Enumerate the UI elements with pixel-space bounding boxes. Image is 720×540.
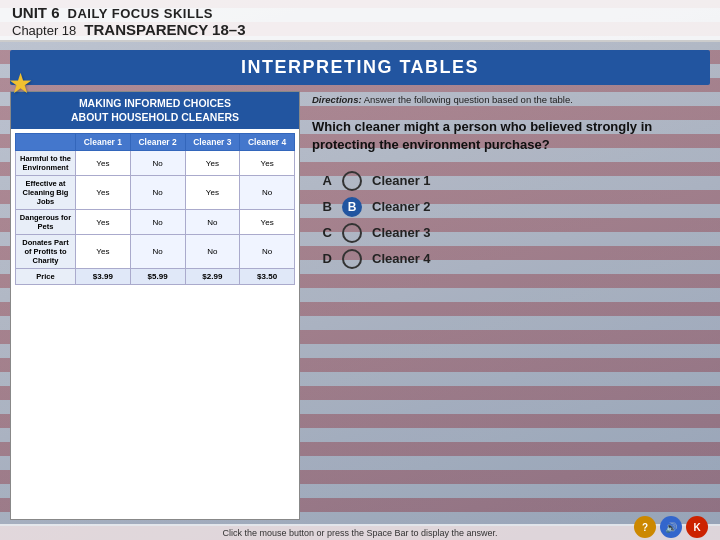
row-label-1: Effective at Cleaning Big Jobs xyxy=(16,176,76,210)
cell-r1-c2: Yes xyxy=(185,176,240,210)
cell-r2-c1: No xyxy=(130,210,185,235)
gold-star-icon: ★ xyxy=(8,70,33,98)
cell-r4-c2: $2.99 xyxy=(185,269,240,285)
answer-text-b: Cleaner 2 xyxy=(372,199,431,214)
cleaners-table: Cleaner 1 Cleaner 2 Cleaner 3 Cleaner 4 … xyxy=(15,133,295,285)
table-title: MAKING INFORMED CHOICES ABOUT HOUSEHOLD … xyxy=(11,92,299,129)
header-line2: Chapter 18 TRANSPARENCY 18–3 xyxy=(12,21,708,38)
directions-text: Directions: Answer the following questio… xyxy=(312,93,710,106)
cell-r1-c1: No xyxy=(130,176,185,210)
answer-text-c: Cleaner 3 xyxy=(372,225,431,240)
star-decoration: ★ xyxy=(8,70,33,98)
answer-item-b[interactable]: BBCleaner 2 xyxy=(312,197,710,217)
table-row: Harmful to the EnvironmentYesNoYesYes xyxy=(16,151,295,176)
right-panel: Directions: Answer the following questio… xyxy=(312,91,710,520)
footer-icons: ? 🔊 K xyxy=(634,516,708,538)
table-row: Price$3.99$5.99$2.99$3.50 xyxy=(16,269,295,285)
table-row: Effective at Cleaning Big JobsYesNoYesNo xyxy=(16,176,295,210)
cell-r3-c1: No xyxy=(130,235,185,269)
answer-item-d[interactable]: DCleaner 4 xyxy=(312,249,710,269)
table-col-2: Cleaner 2 xyxy=(130,134,185,151)
header: UNIT 6 DAILY FOCUS SKILLS Chapter 18 TRA… xyxy=(0,0,720,42)
header-line1: UNIT 6 DAILY FOCUS SKILLS xyxy=(12,4,708,21)
sound-icon[interactable]: 🔊 xyxy=(660,516,682,538)
answer-item-c[interactable]: CCleaner 3 xyxy=(312,223,710,243)
table-title-line1: MAKING INFORMED CHOICES xyxy=(79,97,231,109)
answer-letter-a: A xyxy=(312,173,332,188)
title-bar-label: INTERPRETING TABLES xyxy=(241,57,479,77)
table-col-3: Cleaner 3 xyxy=(185,134,240,151)
daily-focus-label: DAILY FOCUS SKILLS xyxy=(68,6,214,21)
cell-r0-c2: Yes xyxy=(185,151,240,176)
unit-label: UNIT 6 xyxy=(12,4,60,21)
table-header-row: Cleaner 1 Cleaner 2 Cleaner 3 Cleaner 4 xyxy=(16,134,295,151)
question-text: Which cleaner might a person who believe… xyxy=(312,118,710,154)
home-icon[interactable]: K xyxy=(686,516,708,538)
content-area: MAKING INFORMED CHOICES ABOUT HOUSEHOLD … xyxy=(0,91,720,524)
directions-body: Answer the following question based on t… xyxy=(364,94,573,105)
transparency-label: TRANSPARENCY 18–3 xyxy=(84,21,245,38)
answer-letter-d: D xyxy=(312,251,332,266)
cell-r4-c0: $3.99 xyxy=(76,269,131,285)
question-icon[interactable]: ? xyxy=(634,516,656,538)
row-label-3: Donates Part of Profits to Charity xyxy=(16,235,76,269)
answer-letter-c: C xyxy=(312,225,332,240)
row-label-2: Dangerous for Pets xyxy=(16,210,76,235)
table-col-1: Cleaner 1 xyxy=(76,134,131,151)
answer-circle-a[interactable] xyxy=(342,171,362,191)
table-row: Dangerous for PetsYesNoNoYes xyxy=(16,210,295,235)
row-label-0: Harmful to the Environment xyxy=(16,151,76,176)
answer-circle-c[interactable] xyxy=(342,223,362,243)
cell-r4-c3: $3.50 xyxy=(240,269,295,285)
answer-text-a: Cleaner 1 xyxy=(372,173,431,188)
footer: Click the mouse button or press the Spac… xyxy=(0,524,720,540)
inner-table-container: Cleaner 1 Cleaner 2 Cleaner 3 Cleaner 4 … xyxy=(11,129,299,519)
cell-r2-c0: Yes xyxy=(76,210,131,235)
cell-r2-c3: Yes xyxy=(240,210,295,235)
answer-item-a[interactable]: ACleaner 1 xyxy=(312,171,710,191)
cell-r0-c1: No xyxy=(130,151,185,176)
answer-text-d: Cleaner 4 xyxy=(372,251,431,266)
table-row: Donates Part of Profits to CharityYesNoN… xyxy=(16,235,295,269)
cell-r2-c2: No xyxy=(185,210,240,235)
footer-text: Click the mouse button or press the Spac… xyxy=(222,528,497,538)
cell-r0-c3: Yes xyxy=(240,151,295,176)
answer-letter-b: B xyxy=(312,199,332,214)
table-col-0 xyxy=(16,134,76,151)
cell-r1-c3: No xyxy=(240,176,295,210)
cell-r3-c2: No xyxy=(185,235,240,269)
directions-label: Directions: xyxy=(312,94,362,105)
cell-r1-c0: Yes xyxy=(76,176,131,210)
main-container: UNIT 6 DAILY FOCUS SKILLS Chapter 18 TRA… xyxy=(0,0,720,540)
cell-r3-c3: No xyxy=(240,235,295,269)
table-title-line2: ABOUT HOUSEHOLD CLEANERS xyxy=(71,111,239,123)
row-label-4: Price xyxy=(16,269,76,285)
table-panel: MAKING INFORMED CHOICES ABOUT HOUSEHOLD … xyxy=(10,91,300,520)
table-col-4: Cleaner 4 xyxy=(240,134,295,151)
title-bar: INTERPRETING TABLES xyxy=(10,50,710,85)
answer-circle-b[interactable]: B xyxy=(342,197,362,217)
cell-r0-c0: Yes xyxy=(76,151,131,176)
cell-r4-c1: $5.99 xyxy=(130,269,185,285)
answers-list: ACleaner 1BBCleaner 2CCleaner 3DCleaner … xyxy=(312,171,710,269)
chapter-label: Chapter 18 xyxy=(12,23,76,38)
cell-r3-c0: Yes xyxy=(76,235,131,269)
answer-circle-d[interactable] xyxy=(342,249,362,269)
